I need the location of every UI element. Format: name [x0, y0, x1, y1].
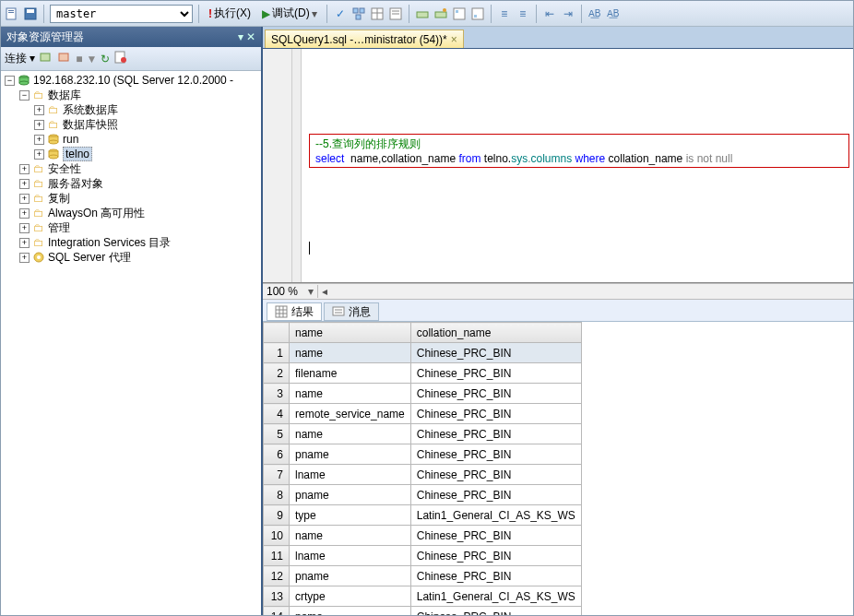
cell-name[interactable]: name [290, 424, 411, 444]
table-row[interactable]: 4remote_service_nameChinese_PRC_BIN [264, 404, 582, 424]
table-row[interactable]: 5nameChinese_PRC_BIN [264, 424, 582, 444]
save-icon[interactable] [23, 6, 38, 21]
messages-tab[interactable]: 消息 [324, 302, 379, 321]
pin-icon[interactable]: ▾ ✕ [238, 30, 255, 43]
table-row[interactable]: 11lnameChinese_PRC_BIN [264, 546, 582, 566]
cell-collation[interactable]: Latin1_General_CI_AS_KS_WS [410, 505, 581, 526]
row-number[interactable]: 3 [264, 384, 290, 404]
disconnect-icon[interactable] [57, 50, 72, 67]
script-icon[interactable] [113, 50, 128, 67]
row-number[interactable]: 5 [264, 424, 290, 444]
comment-icon[interactable]: A͟B [587, 6, 602, 21]
sql-editor[interactable]: --5.查询列的排序规则 select name,collation_name … [302, 49, 853, 282]
results-grid-wrap[interactable]: name collation_name 1nameChinese_PRC_BIN… [263, 322, 853, 615]
expand-toggle[interactable]: − [19, 90, 30, 101]
zoom-select[interactable]: 100 %▾ [263, 285, 318, 298]
cell-name[interactable]: name [290, 526, 411, 546]
cell-collation[interactable]: Chinese_PRC_BIN [410, 607, 581, 616]
row-number[interactable]: 1 [264, 343, 290, 363]
plan-icon[interactable] [351, 6, 366, 21]
cell-name[interactable]: filename [290, 363, 411, 384]
cell-name[interactable]: lname [290, 465, 411, 485]
new-query-icon[interactable] [5, 6, 19, 21]
expand-toggle[interactable]: + [19, 179, 30, 189]
results-grid[interactable]: name collation_name 1nameChinese_PRC_BIN… [263, 322, 582, 615]
cell-name[interactable]: crtype [290, 586, 411, 607]
expand-toggle[interactable]: + [34, 135, 44, 145]
cell-collation[interactable]: Chinese_PRC_BIN [410, 485, 581, 505]
connect-dropdown[interactable]: 连接 ▾ [5, 51, 35, 66]
row-number[interactable]: 11 [264, 546, 290, 566]
cell-name[interactable]: type [290, 505, 411, 526]
check-icon[interactable]: ✓ [333, 6, 348, 21]
cell-collation[interactable]: Chinese_PRC_BIN [410, 546, 581, 566]
cell-collation[interactable]: Chinese_PRC_BIN [410, 384, 581, 404]
cell-collation[interactable]: Chinese_PRC_BIN [410, 404, 581, 424]
results-text-icon[interactable] [388, 6, 403, 21]
connect-icon[interactable] [39, 50, 53, 67]
table-row[interactable]: 8pnameChinese_PRC_BIN [264, 485, 582, 505]
col-header-collation[interactable]: collation_name [410, 323, 581, 343]
tb-icon-4[interactable] [470, 6, 485, 21]
expand-toggle[interactable]: + [19, 253, 30, 263]
cell-collation[interactable]: Chinese_PRC_BIN [410, 424, 581, 444]
close-icon[interactable]: × [451, 33, 457, 46]
cell-name[interactable]: name [290, 384, 411, 404]
refresh-icon[interactable]: ↻ [101, 53, 110, 65]
cell-collation[interactable]: Chinese_PRC_BIN [410, 465, 581, 485]
expand-toggle[interactable]: + [34, 149, 44, 160]
expand-toggle[interactable]: + [34, 120, 44, 130]
row-number[interactable]: 8 [264, 485, 290, 505]
expand-toggle[interactable]: + [19, 208, 30, 219]
cell-name[interactable]: pname [290, 444, 411, 465]
cell-collation[interactable]: Chinese_PRC_BIN [410, 444, 581, 465]
cell-collation[interactable]: Chinese_PRC_BIN [410, 526, 581, 546]
table-row[interactable]: 2filenameChinese_PRC_BIN [264, 363, 582, 384]
cell-collation[interactable]: Chinese_PRC_BIN [410, 363, 581, 384]
results-tab[interactable]: 结果 [267, 302, 322, 321]
tb-icon-1[interactable] [415, 6, 430, 21]
expand-toggle[interactable]: + [19, 194, 30, 204]
cell-name[interactable]: pname [290, 485, 411, 505]
row-number[interactable]: 13 [264, 586, 290, 607]
debug-button[interactable]: ▶调试(D)▾ [258, 5, 321, 22]
tb-icon-3[interactable] [452, 6, 467, 21]
table-row[interactable]: 13crtypeLatin1_General_CI_AS_KS_WS [264, 586, 582, 607]
filter-icon[interactable]: ▼ [87, 53, 98, 65]
expand-toggle[interactable]: − [5, 76, 15, 86]
indent-left-icon[interactable]: ≡ [497, 6, 512, 21]
tb-icon-2[interactable] [433, 6, 448, 21]
cell-collation[interactable]: Latin1_General_CI_AS_KS_WS [410, 586, 581, 607]
cell-collation[interactable]: Chinese_PRC_BIN [410, 343, 581, 363]
cell-name[interactable]: remote_service_name [290, 404, 411, 424]
outdent-icon[interactable]: ⇤ [542, 6, 557, 21]
results-grid-icon[interactable] [370, 6, 385, 21]
uncomment-icon[interactable]: A͟B [606, 6, 621, 21]
col-header-name[interactable]: name [290, 323, 411, 343]
row-number[interactable]: 9 [264, 505, 290, 526]
expand-toggle[interactable]: + [34, 105, 44, 115]
row-number[interactable]: 7 [264, 465, 290, 485]
corner-cell[interactable] [264, 323, 290, 343]
row-number[interactable]: 10 [264, 526, 290, 546]
row-number[interactable]: 6 [264, 444, 290, 465]
indent-icon[interactable]: ⇥ [561, 6, 575, 21]
chevron-down-icon[interactable]: ▾ [308, 285, 314, 298]
object-tree[interactable]: −192.168.232.10 (SQL Server 12.0.2000 - … [1, 71, 261, 615]
expand-toggle[interactable]: + [19, 223, 30, 233]
row-number[interactable]: 4 [264, 404, 290, 424]
table-row[interactable]: 7lnameChinese_PRC_BIN [264, 465, 582, 485]
expand-toggle[interactable]: + [19, 164, 30, 174]
execute-button[interactable]: !执行(X) [205, 5, 255, 22]
table-row[interactable]: 6pnameChinese_PRC_BIN [264, 444, 582, 465]
row-number[interactable]: 14 [264, 607, 290, 616]
indent-right-icon[interactable]: ≡ [516, 6, 530, 21]
cell-name[interactable]: lname [290, 546, 411, 566]
cell-name[interactable]: name [290, 607, 411, 616]
table-row[interactable]: 12pnameChinese_PRC_BIN [264, 566, 582, 586]
table-row[interactable]: 3nameChinese_PRC_BIN [264, 384, 582, 404]
table-row[interactable]: 10nameChinese_PRC_BIN [264, 526, 582, 546]
expand-toggle[interactable]: + [19, 238, 30, 248]
scroll-left-icon[interactable]: ◂ [318, 285, 331, 298]
stop-icon[interactable]: ■ [76, 53, 82, 65]
